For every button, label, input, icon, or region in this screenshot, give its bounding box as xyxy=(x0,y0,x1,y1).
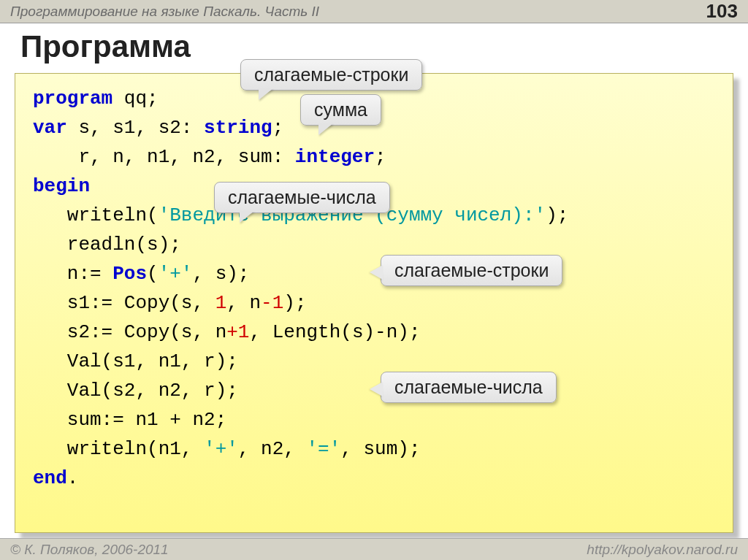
keyword-begin: begin xyxy=(33,175,90,197)
breadcrumb: Программирование на языке Паскаль. Часть… xyxy=(10,4,319,20)
code-text: s2:= Copy(s, n xyxy=(33,321,226,343)
code-text: , sum); xyxy=(340,438,420,460)
code-text: readln(s); xyxy=(33,234,181,256)
callout-label: слагаемые-числа xyxy=(228,187,376,207)
string-literal: '+' xyxy=(204,438,238,460)
code-text: ); xyxy=(283,292,306,314)
code-text: s1:= Copy(s, xyxy=(33,292,215,314)
code-text: , n2, xyxy=(238,438,307,460)
type-integer: integer xyxy=(295,146,375,168)
code-text: , n xyxy=(226,292,261,314)
number-literal: 1 xyxy=(215,292,227,314)
string-literal: '+' xyxy=(159,263,193,285)
code-text: ; xyxy=(272,117,284,139)
number-literal: 1 xyxy=(238,321,250,343)
callout-addends-numbers-top: слагаемые-числа xyxy=(214,182,390,213)
number-literal: 1 xyxy=(272,292,284,314)
string-literal: '=' xyxy=(306,438,340,460)
code-text: . xyxy=(67,467,79,489)
number-literal: + xyxy=(226,321,238,343)
pascal-code: program qq; var s, s1, s2: string; r, n,… xyxy=(33,84,715,493)
callout-label: сумма xyxy=(314,99,367,120)
type-string: string xyxy=(204,117,272,139)
code-text: Val(s2, n2, r); xyxy=(33,380,238,402)
callout-sum: сумма xyxy=(300,94,381,126)
code-text: writeln(n1, xyxy=(33,438,204,460)
keyword-var: var xyxy=(33,117,67,139)
page-number: 103 xyxy=(706,0,738,23)
code-text: n:= xyxy=(33,263,112,285)
function-pos: Pos xyxy=(112,263,147,285)
code-text: s, s1, s2: xyxy=(67,117,204,139)
code-text: , s); xyxy=(192,263,249,285)
code-text: Val(s1, n1, r); xyxy=(33,350,238,372)
slide-header: Программирование на языке Паскаль. Часть… xyxy=(0,0,748,23)
code-block: program qq; var s, s1, s2: string; r, n,… xyxy=(15,73,733,533)
callout-label: слагаемые-числа xyxy=(394,377,543,397)
keyword-end: end xyxy=(33,467,67,489)
keyword-program: program xyxy=(33,88,112,110)
callout-addends-strings-top: слагаемые-строки xyxy=(240,59,422,91)
callout-addends-strings-mid: слагаемые-строки xyxy=(381,255,562,286)
copyright: © К. Поляков, 2006-2011 xyxy=(10,542,169,558)
callout-label: слагаемые-строки xyxy=(254,64,408,85)
slide-footer: © К. Поляков, 2006-2011 http://kpolyakov… xyxy=(0,538,748,560)
code-text: r, n, n1, n2, sum: xyxy=(33,146,295,168)
number-literal: - xyxy=(261,292,272,314)
code-text: writeln( xyxy=(33,204,159,226)
code-text: ); xyxy=(546,204,568,226)
code-text: ( xyxy=(147,263,159,285)
code-text: sum:= n1 + n2; xyxy=(33,409,226,431)
code-text: ; xyxy=(375,146,386,168)
code-text: qq; xyxy=(112,88,158,110)
site-url: http://kpolyakov.narod.ru xyxy=(587,542,738,558)
code-text: , Length(s)-n); xyxy=(249,321,420,343)
callout-addends-numbers-mid: слагаемые-числа xyxy=(381,372,557,403)
callout-label: слагаемые-строки xyxy=(394,260,549,280)
